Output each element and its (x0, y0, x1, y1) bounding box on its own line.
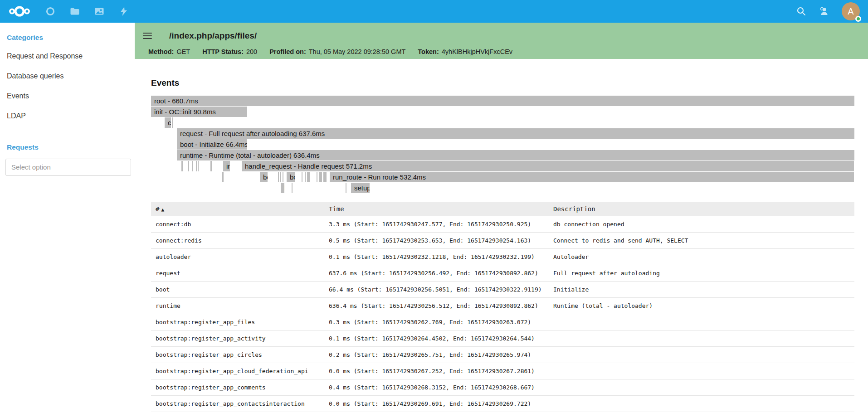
event-time-cell: 0.5 ms (Start: 1651742930253.653, End: 1… (324, 232, 549, 248)
event-time-cell: 0.1 ms (Start: 1651742930264.4502, End: … (324, 330, 549, 346)
photos-icon[interactable] (94, 6, 104, 16)
sidebar-item-database-queries[interactable]: Database queries (7, 66, 135, 86)
event-name-cell: bootstrap:register_app_comments (151, 379, 324, 395)
table-row: autoloader0.1 ms (Start: 1651742930232.1… (151, 248, 854, 265)
column-header-number[interactable]: #▲ (151, 202, 324, 216)
timeline-bar: setup (351, 183, 370, 193)
event-time-cell: 637.6 ms (Start: 1651742930256.492, End:… (324, 265, 549, 281)
timeline-bar: bc (287, 172, 295, 182)
timeline-bar: boot - Initialize 66.4ms (177, 139, 247, 150)
timeline-tick (192, 161, 193, 171)
meta-label: Profiled on: (269, 48, 306, 55)
sidebar-item-events[interactable]: Events (7, 86, 135, 106)
events-title: Events (151, 78, 868, 88)
event-description-cell (549, 314, 854, 330)
table-row: bootstrap:register_app_comments0.4 ms (S… (151, 379, 854, 395)
event-description-cell: Connect to redis and send AUTH, SELECT (549, 232, 854, 248)
timeline-bar: handle_request - Handle request 571.2ms (242, 161, 854, 171)
event-time-cell: 0.2 ms (Start: 1651742930265.751, End: 1… (324, 346, 549, 363)
column-header-description[interactable]: Description (549, 202, 854, 216)
timeline-row: boot - Initialize 66.4ms (151, 139, 854, 150)
timeline-bar: root - 660.7ms (151, 96, 854, 106)
timeline-tick (188, 161, 189, 171)
meta-item: HTTP Status:200 (202, 48, 257, 55)
events-table-header-row: #▲TimeDescription (151, 202, 854, 216)
avatar[interactable]: A (842, 2, 860, 20)
table-row: bootstrap:register_app_circles0.2 ms (St… (151, 346, 854, 363)
event-time-cell: 636.4 ms (Start: 1651742930256.512, End:… (324, 297, 549, 314)
timeline-bar: bo (260, 172, 268, 182)
request-header: /index.php/apps/files/ Method:GETHTTP St… (135, 23, 868, 59)
sidebar-item-request-and-response[interactable]: Request and Response (7, 46, 135, 66)
nextcloud-logo[interactable] (8, 4, 31, 19)
timeline-tick (198, 161, 199, 171)
status-online-dot (855, 16, 861, 22)
timeline-tick (302, 172, 302, 182)
search-icon[interactable] (796, 6, 806, 16)
meta-label: Token: (418, 48, 439, 55)
meta-item: Method:GET (148, 48, 190, 55)
event-name-cell: bootstrap:register_app_cloud_federation_… (151, 363, 324, 379)
header-meta: Method:GETHTTP Status:200Profiled on:Thu… (148, 48, 868, 55)
event-name-cell: bootstrap:register_app_circles (151, 346, 324, 363)
timeline-row: c (151, 117, 854, 128)
timeline-row: root - 660.7ms (151, 96, 854, 107)
request-title: /index.php/apps/files/ (169, 31, 257, 41)
event-description-cell (549, 379, 854, 395)
timeline-bar: t (319, 172, 322, 182)
circle-app-icon[interactable] (45, 6, 55, 16)
menu-icon[interactable] (143, 33, 152, 39)
table-row: boot66.4 ms (Start: 1651742930256.5051, … (151, 281, 854, 297)
timeline-tick (292, 183, 293, 193)
contacts-icon[interactable] (819, 6, 829, 16)
sidebar-item-ldap[interactable]: LDAP (7, 106, 135, 126)
meta-label: HTTP Status: (202, 48, 244, 55)
topbar-actions: A (796, 0, 868, 23)
column-header-time[interactable]: Time (324, 202, 549, 216)
timeline-tick (317, 172, 317, 182)
meta-value: 200 (246, 48, 257, 55)
timeline-row: lsetup (151, 183, 854, 194)
meta-label: Method: (148, 48, 174, 55)
timeline-bar: ini (223, 161, 230, 171)
requests-select[interactable]: Select option (5, 159, 131, 176)
timeline-tick (222, 172, 224, 182)
timeline-bar: runtime - Runtime (total - autoloader) 6… (177, 150, 854, 160)
event-description-cell: Autoloader (549, 248, 854, 265)
timeline-bar: t (307, 172, 310, 182)
table-row: request637.6 ms (Start: 1651742930256.49… (151, 265, 854, 281)
timeline-row: runtime - Runtime (total - autoloader) 6… (151, 150, 854, 161)
meta-value: Thu, 05 May 2022 09:28:50 GMT (309, 48, 406, 55)
avatar-letter: A (848, 6, 853, 17)
timeline-tick (280, 172, 281, 182)
event-description-cell (549, 363, 854, 379)
event-time-cell: 0.0 ms (Start: 1651742930267.252, End: 1… (324, 363, 549, 379)
event-name-cell: autoloader (151, 248, 324, 265)
files-icon[interactable] (70, 6, 80, 16)
table-row: connect:redis0.5 ms (Start: 165174293025… (151, 232, 854, 248)
timeline-bar: l (281, 183, 284, 193)
activity-icon[interactable] (119, 6, 129, 16)
main-content: Events root - 660.7msinit - OC::init 90.… (135, 59, 868, 418)
sort-ascending-icon: ▲ (161, 207, 164, 213)
event-description-cell: Initialize (549, 281, 854, 297)
sidebar: Categories Request and ResponseDatabase … (0, 23, 135, 418)
timeline-tick (172, 117, 173, 128)
categories-heading: Categories (7, 34, 135, 42)
timeline-tick (196, 161, 197, 171)
event-time-cell: 0.1 ms (Start: 1651742930232.1218, End: … (324, 248, 549, 265)
top-bar: A (0, 0, 868, 23)
timeline-tick (305, 172, 306, 182)
sidebar-category-list: Request and ResponseDatabase queriesEven… (0, 46, 135, 126)
timeline-bar: c (165, 117, 171, 128)
table-row: bootstrap:register_app_cloud_federation_… (151, 363, 854, 379)
timeline-bar: request - Full request after autoloading… (177, 128, 854, 139)
event-name-cell: bootstrap:register_app_files (151, 314, 324, 330)
event-description-cell (549, 395, 854, 412)
app-launcher (0, 0, 129, 23)
meta-value: 4yhKlBHkjpHVkjFxcCEv (442, 48, 512, 55)
event-time-cell: 0.3 ms (Start: 1651742930262.769, End: 1… (324, 314, 549, 330)
meta-item: Token:4yhKlBHkjpHVkjFxcCEv (418, 48, 512, 55)
timeline-bar: run_route - Run route 532.4ms (330, 172, 854, 182)
requests-heading: Requests (7, 143, 135, 151)
